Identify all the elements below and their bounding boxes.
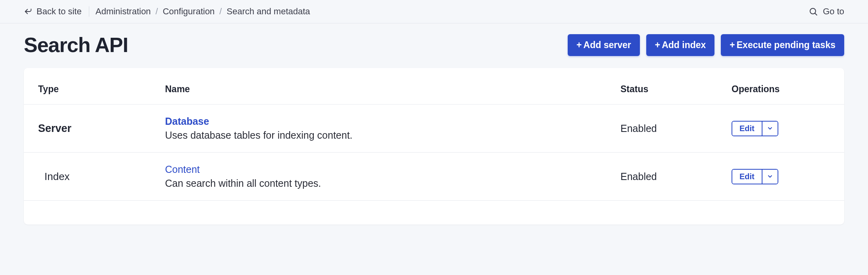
status-cell: Enabled — [606, 105, 717, 153]
crumb-administration[interactable]: Administration — [96, 6, 151, 17]
edit-button[interactable]: Edit — [732, 170, 762, 184]
status-cell: Enabled — [606, 153, 717, 201]
col-header-status: Status — [606, 76, 717, 105]
go-to-label: Go to — [823, 6, 844, 17]
crumb-search-metadata[interactable]: Search and metadata — [227, 6, 310, 17]
index-description: Can search within all content types. — [165, 178, 592, 189]
topbar: Back to site Administration / Configurat… — [0, 0, 868, 23]
plus-icon: + — [655, 40, 660, 50]
edit-split-button: Edit — [732, 121, 778, 136]
plus-icon: + — [730, 40, 735, 50]
operations-cell: Edit — [717, 105, 844, 153]
edit-dropdown-toggle[interactable] — [762, 122, 778, 136]
add-server-label: Add server — [584, 40, 631, 50]
edit-split-button: Edit — [732, 169, 778, 184]
edit-button[interactable]: Edit — [732, 122, 762, 136]
index-name-link[interactable]: Content — [165, 164, 592, 175]
execute-pending-button[interactable]: +Execute pending tasks — [721, 34, 844, 56]
table-row: Index Content Can search within all cont… — [24, 153, 844, 201]
edit-dropdown-toggle[interactable] — [762, 170, 778, 184]
header-actions: +Add server +Add index +Execute pending … — [568, 34, 844, 56]
execute-pending-label: Execute pending tasks — [737, 40, 835, 50]
plus-icon: + — [576, 40, 582, 50]
back-arrow-icon — [24, 7, 33, 16]
col-header-operations: Operations — [717, 76, 844, 105]
name-cell: Content Can search within all content ty… — [151, 153, 606, 201]
add-index-label: Add index — [662, 40, 706, 50]
type-cell-server: Server — [24, 105, 151, 153]
col-header-type: Type — [24, 76, 151, 105]
crumb-separator: / — [156, 6, 158, 17]
search-icon — [808, 7, 818, 16]
name-cell: Database Uses database tables for indexi… — [151, 105, 606, 153]
col-header-name: Name — [151, 76, 606, 105]
operations-cell: Edit — [717, 153, 844, 201]
add-server-button[interactable]: +Add server — [568, 34, 640, 56]
type-cell-index: Index — [24, 153, 151, 201]
chevron-down-icon — [767, 125, 773, 132]
crumb-separator: / — [219, 6, 222, 17]
crumb-configuration[interactable]: Configuration — [163, 6, 215, 17]
svg-line-1 — [815, 13, 817, 15]
chevron-down-icon — [767, 173, 773, 180]
back-to-site-link[interactable]: Back to site — [24, 6, 89, 17]
back-label: Back to site — [36, 6, 82, 17]
server-name-link[interactable]: Database — [165, 116, 592, 127]
breadcrumb: Administration / Configuration / Search … — [96, 6, 310, 17]
table-row: Server Database Uses database tables for… — [24, 105, 844, 153]
go-to-search[interactable]: Go to — [808, 6, 844, 17]
topbar-left: Back to site Administration / Configurat… — [24, 6, 310, 17]
header-row: Search API +Add server +Add index +Execu… — [0, 23, 868, 68]
server-description: Uses database tables for indexing conten… — [165, 130, 592, 141]
search-api-card: Type Name Status Operations Server Datab… — [24, 68, 844, 225]
search-api-table: Type Name Status Operations Server Datab… — [24, 76, 844, 201]
table-header-row: Type Name Status Operations — [24, 76, 844, 105]
page-title: Search API — [24, 33, 128, 57]
add-index-button[interactable]: +Add index — [646, 34, 715, 56]
